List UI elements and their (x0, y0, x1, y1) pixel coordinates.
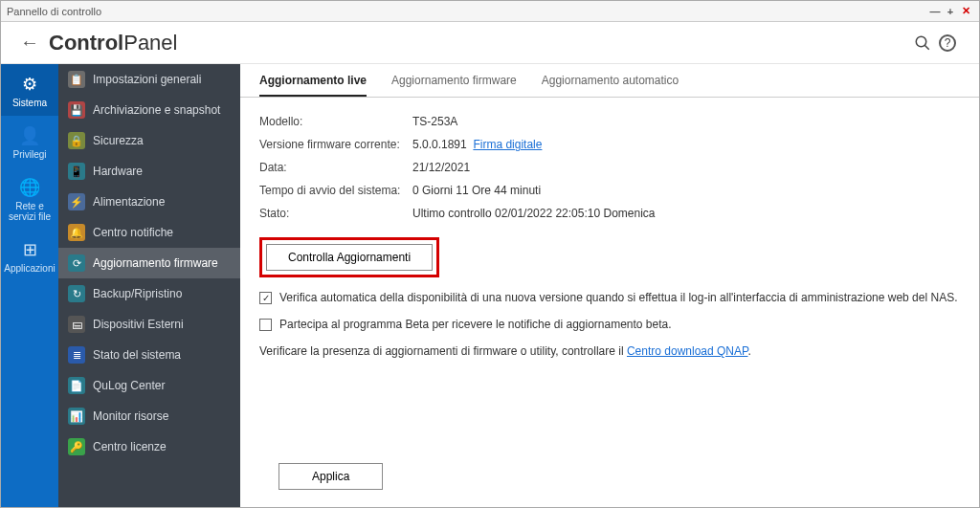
sidebar-icon: 🔒 (68, 132, 85, 149)
sidebar-icon: 📄 (68, 377, 85, 394)
check-updates-button[interactable]: Controlla Aggiornamenti (266, 244, 433, 271)
sidebar-icon: 🔑 (68, 438, 85, 455)
date-value: 21/12/2021 (412, 161, 470, 174)
sidebar-icon: ⟳ (68, 254, 85, 272)
sidebar-label: Impostazioni generali (93, 73, 201, 86)
model-label: Modello: (259, 115, 412, 128)
download-center-note: Verificare la presenza di aggiornamenti … (259, 344, 960, 358)
rail-label: Rete e servizi file (9, 201, 51, 222)
search-button[interactable] (910, 31, 935, 55)
sidebar-item-archiviazione-e-snapshot[interactable]: 💾Archiviazione e snapshot (58, 95, 240, 125)
rail-label: Applicazioni (4, 263, 55, 274)
rail-icon: 🌐 (1, 177, 58, 198)
sidebar-item-stato-del-sistema[interactable]: ≣Stato del sistema (58, 340, 240, 370)
sidebar-item-alimentazione[interactable]: ⚡Alimentazione (58, 187, 240, 217)
sidebar-label: Aggiornamento firmware (93, 256, 218, 270)
rail-label: Sistema (12, 98, 47, 108)
sidebar-icon: 🔔 (68, 224, 85, 241)
sidebar-item-centro-notifiche[interactable]: 🔔Centro notifiche (58, 217, 240, 248)
content-area: Aggiornamento liveAggiornamento firmware… (240, 64, 979, 507)
sidebar-label: Hardware (93, 165, 143, 178)
sidebar-label: Centro notifiche (93, 226, 173, 239)
sidebar-icon: 🖴 (68, 316, 85, 333)
apply-button[interactable]: Applica (278, 463, 383, 490)
sidebar-label: Sicurezza (93, 134, 144, 147)
sidebar-icon: 💾 (68, 101, 85, 119)
firmware-label: Versione firmware corrente: (259, 138, 412, 151)
back-button[interactable]: ← (20, 32, 39, 54)
rail-icon: 👤 (1, 125, 58, 146)
app-title: ControlPanel (49, 31, 177, 55)
rail-icon: ⚙ (1, 74, 58, 95)
window-title: Pannello di controllo (7, 6, 101, 17)
sidebar-item-dispositivi-esterni[interactable]: 🖴Dispositivi Esterni (58, 309, 240, 340)
auto-check-label: Verifica automatica della disponibilità … (279, 291, 957, 304)
tab-aggiornamento-automatico[interactable]: Aggiornamento automatico (542, 74, 679, 97)
sidebar-icon: ≣ (68, 346, 85, 364)
model-value: TS-253A (412, 115, 457, 128)
rail-item-applicazioni[interactable]: ⊞Applicazioni (1, 230, 58, 281)
uptime-value: 0 Giorni 11 Ore 44 minuti (412, 184, 541, 197)
sidebar-icon: 📱 (68, 163, 85, 180)
beta-label: Partecipa al programma Beta per ricevere… (279, 318, 672, 331)
rail-item-sistema[interactable]: ⚙Sistema (1, 64, 58, 116)
status-value: Ultimo controllo 02/01/2022 22:05:10 Dom… (412, 207, 656, 220)
search-icon (914, 34, 931, 52)
uptime-label: Tempo di avvio del sistema: (259, 184, 412, 197)
tab-aggiornamento-live[interactable]: Aggiornamento live (259, 74, 367, 97)
window-minimize-button[interactable]: — (927, 6, 943, 17)
sidebar-item-hardware[interactable]: 📱Hardware (58, 156, 240, 187)
sidebar-icon: 📋 (68, 71, 85, 88)
window-maximize-button[interactable]: + (943, 6, 958, 17)
sidebar-item-sicurezza[interactable]: 🔒Sicurezza (58, 125, 240, 156)
sidebar-label: Centro licenze (93, 440, 167, 453)
status-label: Stato: (259, 207, 412, 220)
rail-icon: ⊞ (1, 239, 58, 260)
highlight-box: Controlla Aggiornamenti (259, 237, 439, 277)
rail-label: Privilegi (12, 149, 46, 160)
category-rail: ⚙Sistema👤Privilegi🌐Rete e servizi file⊞A… (1, 64, 58, 507)
sidebar-item-centro-licenze[interactable]: 🔑Centro licenze (58, 431, 240, 462)
date-label: Data: (259, 161, 412, 174)
sidebar-icon: ↻ (68, 285, 85, 302)
beta-checkbox[interactable] (259, 319, 272, 331)
sidebar-item-impostazioni-generali[interactable]: 📋Impostazioni generali (58, 64, 240, 95)
help-icon: ? (939, 34, 956, 52)
sidebar-label: Dispositivi Esterni (93, 318, 184, 331)
firmware-value: 5.0.0.1891 Firma digitale (412, 138, 542, 151)
rail-item-privilegi[interactable]: 👤Privilegi (1, 116, 58, 167)
sidebar: 📋Impostazioni generali💾Archiviazione e s… (58, 64, 240, 507)
footer: Applica (240, 450, 979, 507)
app-topbar: ← ControlPanel ? (1, 22, 979, 64)
svg-line-1 (924, 45, 929, 50)
live-update-panel: Modello: TS-253A Versione firmware corre… (240, 98, 979, 450)
sidebar-label: Monitor risorse (93, 409, 168, 423)
window-titlebar: Pannello di controllo — + ✕ (1, 1, 979, 22)
sidebar-icon: 📊 (68, 408, 85, 425)
auto-check-checkbox[interactable]: ✓ (259, 292, 272, 304)
sidebar-icon: ⚡ (68, 193, 85, 210)
sidebar-item-qulog-center[interactable]: 📄QuLog Center (58, 370, 240, 401)
digital-signature-link[interactable]: Firma digitale (473, 138, 542, 151)
svg-point-0 (916, 36, 926, 47)
sidebar-label: Backup/Ripristino (93, 287, 182, 300)
tab-bar: Aggiornamento liveAggiornamento firmware… (240, 64, 979, 98)
sidebar-label: Stato del sistema (93, 348, 181, 362)
tab-aggiornamento-firmware[interactable]: Aggiornamento firmware (391, 74, 517, 97)
download-center-link[interactable]: Centro download QNAP (627, 344, 748, 358)
rail-item-rete-e-servizi-file[interactable]: 🌐Rete e servizi file (1, 167, 58, 230)
window-close-button[interactable]: ✕ (958, 5, 973, 17)
sidebar-item-backup-ripristino[interactable]: ↻Backup/Ripristino (58, 278, 240, 309)
sidebar-label: QuLog Center (93, 379, 165, 392)
sidebar-label: Alimentazione (93, 195, 165, 209)
sidebar-label: Archiviazione e snapshot (93, 103, 220, 117)
sidebar-item-aggiornamento-firmware[interactable]: ⟳Aggiornamento firmware (58, 248, 240, 278)
sidebar-item-monitor-risorse[interactable]: 📊Monitor risorse (58, 401, 240, 431)
help-button[interactable]: ? (935, 31, 960, 55)
